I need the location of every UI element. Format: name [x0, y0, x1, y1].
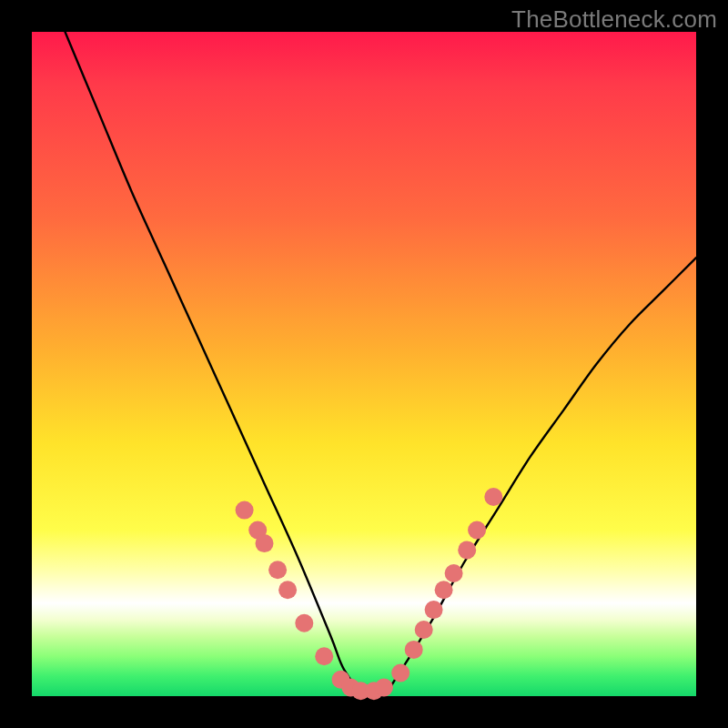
- data-marker: [415, 621, 433, 639]
- chart-svg: [32, 32, 696, 696]
- data-marker: [405, 641, 423, 659]
- marker-group: [236, 488, 503, 700]
- data-marker: [315, 647, 333, 665]
- chart-frame: TheBottleneck.com: [0, 0, 728, 728]
- data-marker: [375, 679, 393, 697]
- plot-area: [32, 32, 696, 696]
- data-marker: [256, 534, 274, 552]
- data-marker: [278, 581, 297, 599]
- data-marker: [268, 561, 287, 579]
- data-marker: [468, 521, 486, 540]
- data-marker: [484, 488, 502, 506]
- data-marker: [295, 614, 313, 632]
- watermark-text: TheBottleneck.com: [511, 5, 717, 34]
- bottleneck-curve: [66, 32, 697, 695]
- data-marker: [458, 541, 476, 559]
- data-marker: [391, 664, 410, 682]
- data-marker: [425, 601, 443, 619]
- data-marker: [445, 564, 463, 582]
- data-marker: [435, 581, 453, 599]
- data-marker: [236, 501, 254, 520]
